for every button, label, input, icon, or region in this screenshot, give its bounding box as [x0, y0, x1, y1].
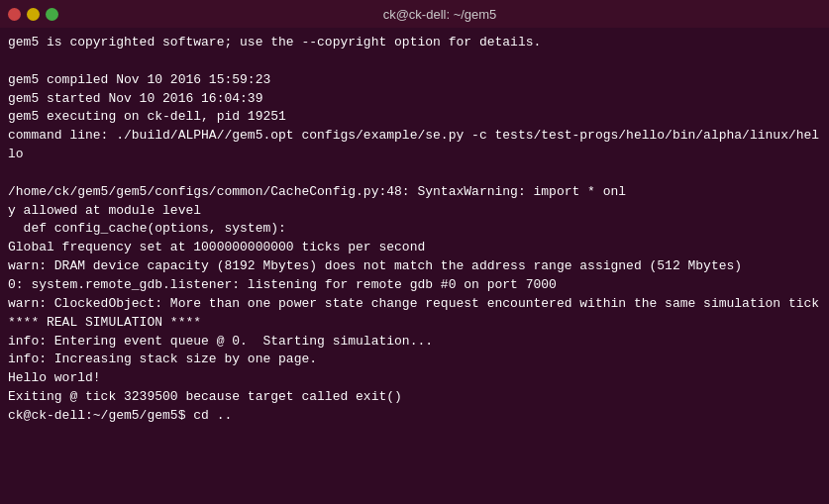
maximize-button[interactable] [46, 8, 58, 21]
close-button[interactable] [8, 8, 21, 21]
minimize-button[interactable] [27, 8, 40, 21]
terminal-window: ck@ck-dell: ~/gem5 gem5 is copyrighted s… [0, 0, 829, 504]
window-title: ck@ck-dell: ~/gem5 [58, 7, 821, 22]
terminal-body[interactable]: gem5 is copyrighted software; use the --… [0, 28, 829, 504]
window-controls [8, 8, 58, 21]
terminal-output: gem5 is copyrighted software; use the --… [8, 34, 821, 426]
titlebar: ck@ck-dell: ~/gem5 [0, 0, 829, 28]
